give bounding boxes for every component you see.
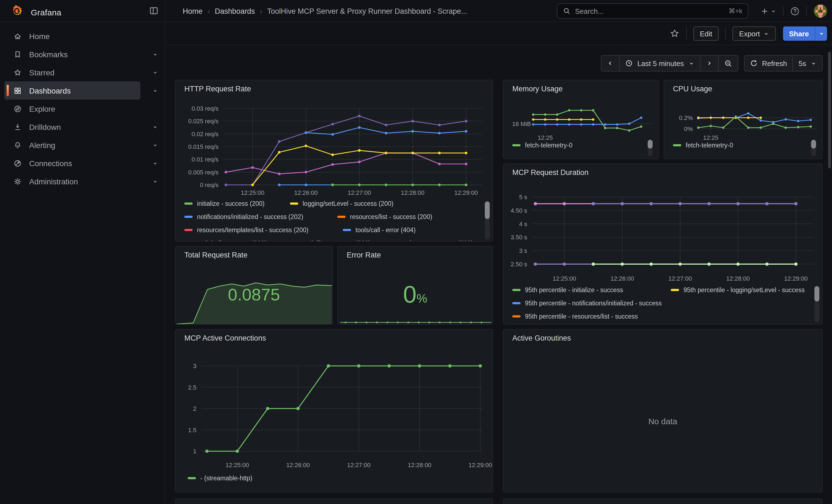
svg-text:12:25: 12:25 <box>538 134 553 141</box>
legend-item[interactable]: 95th percentile - notifications/initiali… <box>512 300 662 307</box>
legend-label: fetch-telemetry-0 <box>686 142 733 149</box>
help-button[interactable] <box>790 6 800 16</box>
nav-sidebar: HomeBookmarksStarredDashboardsExploreDri… <box>0 22 165 504</box>
export-button[interactable]: Export <box>733 26 776 41</box>
legend-item[interactable]: tools/list - success (200) <box>290 240 371 242</box>
legend-item[interactable]: 95th percentile - logging/setLevel - suc… <box>671 287 805 293</box>
dashboard-toolbar: Edit Export Share <box>166 22 832 45</box>
svg-text:12:25:00: 12:25:00 <box>552 275 576 282</box>
grafana-logo[interactable] <box>11 5 23 19</box>
svg-text:12:26:00: 12:26:00 <box>294 189 318 196</box>
chevron-down-icon[interactable] <box>152 69 158 76</box>
legend-item[interactable]: fetch-telemetry-0 <box>512 142 573 149</box>
dock-sidebar-icon[interactable] <box>149 6 158 16</box>
legend-item[interactable]: resources/list - success (200) <box>337 213 432 220</box>
time-range-picker[interactable]: Last 5 minutes <box>620 55 700 72</box>
bell-icon <box>13 140 22 150</box>
search-input[interactable]: Search... ⌘+k <box>557 3 748 19</box>
panel-memory-usage[interactable]: Memory Usage 16 MiB12:25fetch-telemetry-… <box>503 80 659 159</box>
sidebar-item-connections[interactable]: Connections <box>4 154 160 172</box>
legend-item[interactable]: resources/templates/list - success (200) <box>184 227 308 233</box>
add-new-button[interactable] <box>760 7 776 15</box>
panel-active-goroutines[interactable]: Active Goroutines No data <box>503 329 823 493</box>
edit-button[interactable]: Edit <box>693 26 719 41</box>
legend-item[interactable]: 95th percentile - resources/list - succe… <box>512 313 638 320</box>
legend-label: 95th percentile - initialize - success <box>525 287 623 293</box>
legend-color-pill <box>673 144 681 147</box>
sidebar-item-starred[interactable]: Starred <box>4 63 160 81</box>
chevron-down-icon[interactable] <box>152 142 158 148</box>
legend-label: 95th percentile - logging/setLevel - suc… <box>683 287 805 293</box>
search-placeholder: Search... <box>575 7 724 15</box>
chevron-down-icon[interactable] <box>152 124 158 130</box>
legend-label: tools/call - error (404) <box>356 227 416 233</box>
panel-error-rate[interactable]: Error Rate 0% <box>337 246 493 325</box>
refresh-interval-picker[interactable]: 5s <box>793 55 823 72</box>
legend-label: resources/list - success (200) <box>350 213 432 220</box>
sidebar-item-drilldown[interactable]: Drilldown <box>4 118 160 136</box>
connections-icon <box>13 159 22 167</box>
favorite-star-button[interactable] <box>670 29 680 38</box>
legend-scrollbar-thumb[interactable] <box>485 202 490 219</box>
panel-mcp-active-connections[interactable]: MCP Active Connections 32.521.5112:25:00… <box>175 329 493 493</box>
svg-text:0.03 req/s: 0.03 req/s <box>191 105 218 112</box>
legend-item[interactable]: tools/call - success (200) <box>184 240 267 242</box>
legend-scrollbar-thumb[interactable] <box>814 286 820 301</box>
legend-color-pill <box>512 144 521 147</box>
time-forward-button[interactable] <box>700 55 718 72</box>
legend-item[interactable]: 95th percentile - initialize - success <box>512 287 623 293</box>
legend-item[interactable]: tools/call - error (404) <box>343 227 416 233</box>
legend-item[interactable]: unknown - success (200) <box>390 240 473 242</box>
compass-icon <box>13 104 22 113</box>
chevron-down-icon[interactable] <box>152 178 158 185</box>
sidebar-item-dashboards[interactable]: Dashboards <box>4 81 140 100</box>
time-back-button[interactable] <box>601 55 620 72</box>
legend-item[interactable]: notifications/initialized - success (202… <box>184 213 303 220</box>
brand-name: Grafana <box>31 7 61 17</box>
legend-color-pill <box>512 315 521 317</box>
sidebar-item-explore[interactable]: Explore <box>4 100 160 118</box>
star-icon <box>13 68 22 77</box>
chevron-down-icon[interactable] <box>152 51 158 57</box>
svg-text:0.02 req/s: 0.02 req/s <box>191 131 218 137</box>
breadcrumb-dashboards[interactable]: Dashboards <box>215 7 255 15</box>
refresh-button[interactable]: Refresh <box>744 55 793 72</box>
sidebar-item-alerting[interactable]: Alerting <box>4 136 160 154</box>
share-button[interactable]: Share <box>783 26 815 41</box>
drilldown-icon <box>13 123 22 131</box>
breadcrumb-home[interactable]: Home <box>183 7 203 15</box>
chevron-down-icon <box>763 30 769 36</box>
sidebar-item-home[interactable]: Home <box>4 27 160 45</box>
user-avatar[interactable] <box>813 4 828 18</box>
chevron-left-icon <box>607 60 614 67</box>
panel-total-request-rate[interactable]: Total Request Rate 0.0875 <box>175 246 333 325</box>
svg-text:0.2%: 0.2% <box>679 114 693 121</box>
chevron-down-icon <box>770 8 776 14</box>
sidebar-item-label: Starred <box>29 68 54 77</box>
sidebar-divider <box>165 0 166 22</box>
legend-scrollbar-thumb[interactable] <box>811 140 816 149</box>
legend-item[interactable]: initialize - success (200) <box>184 200 264 207</box>
page-scrollbar[interactable] <box>828 52 831 168</box>
legend-color-pill <box>184 203 192 205</box>
sidebar-item-bookmarks[interactable]: Bookmarks <box>4 45 160 63</box>
svg-text:12:27:00: 12:27:00 <box>668 275 692 282</box>
chevron-down-icon[interactable] <box>152 160 158 166</box>
chevron-down-icon[interactable] <box>152 87 158 94</box>
panel-cpu-usage[interactable]: CPU Usage 0.2%0%12:25fetch-telemetry-0 <box>664 80 823 159</box>
legend-item[interactable]: logging/setLevel - success (200) <box>290 200 393 207</box>
chevron-right-icon <box>706 60 712 67</box>
sidebar-item-administration[interactable]: Administration <box>4 172 160 190</box>
svg-text:12:25:00: 12:25:00 <box>226 461 249 469</box>
panel-mcp-request-duration[interactable]: MCP Request Duration 5 s4.50 s4 s3.50 s3… <box>503 163 823 325</box>
zoom-out-button[interactable] <box>718 55 738 72</box>
panel-http-request-rate[interactable]: HTTP Request Rate 0 req/s0.005 req/s0.01… <box>175 80 493 242</box>
svg-text:0.025 req/s: 0.025 req/s <box>188 118 218 125</box>
time-controls: Last 5 minutes Refresh 5s <box>601 55 823 72</box>
legend-scrollbar-thumb[interactable] <box>648 140 653 149</box>
legend-item[interactable]: - (streamable-http) <box>188 475 252 481</box>
gear-icon <box>13 177 22 186</box>
panel-peek-right <box>503 499 823 504</box>
share-dropdown-button[interactable] <box>815 26 827 41</box>
legend-item[interactable]: fetch-telemetry-0 <box>673 142 733 149</box>
